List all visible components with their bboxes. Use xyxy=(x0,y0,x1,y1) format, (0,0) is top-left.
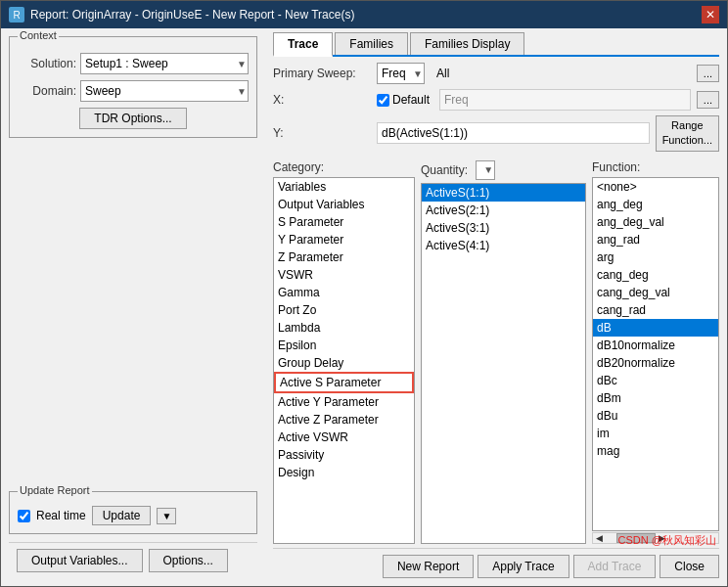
primary-sweep-select-wrap: Freq ▼ xyxy=(377,63,425,84)
function-item[interactable]: ang_deg xyxy=(593,196,718,213)
function-item[interactable]: im xyxy=(593,425,718,442)
context-group: Context Solution: Setup1 : Sweep ▼ Domai… xyxy=(9,36,257,138)
y-value-input[interactable] xyxy=(377,122,650,144)
function-item[interactable]: cang_rad xyxy=(593,301,718,319)
category-item[interactable]: Output Variables xyxy=(274,196,414,213)
tab-trace[interactable]: Trace xyxy=(273,32,333,57)
update-arrow-button[interactable]: ▼ xyxy=(157,508,176,524)
function-item[interactable]: ang_deg_val xyxy=(593,213,718,231)
category-item[interactable]: Port Zo xyxy=(274,301,414,319)
solution-label: Solution: xyxy=(18,57,76,70)
realtime-label: Real time xyxy=(36,509,86,522)
category-item[interactable]: Active Z Parameter xyxy=(274,411,414,429)
x-ellipsis[interactable]: ... xyxy=(697,91,719,109)
quantity-item[interactable]: ActiveS(4:1) xyxy=(422,237,585,254)
update-row: Real time Update ▼ xyxy=(18,506,249,525)
close-dialog-button[interactable]: Close xyxy=(660,555,719,578)
function-item[interactable]: mag xyxy=(593,442,718,460)
function-item[interactable]: cang_deg xyxy=(593,266,718,284)
category-item[interactable]: Design xyxy=(274,464,414,481)
quantity-section: Quantity: ▼ ActiveS(1:1)ActiveS(2:1)Acti… xyxy=(421,160,586,544)
quantity-list[interactable]: ActiveS(1:1)ActiveS(2:1)ActiveS(3:1)Acti… xyxy=(421,183,586,544)
solution-select[interactable]: Setup1 : Sweep xyxy=(80,53,249,74)
bottom-right-buttons: New Report Apply Trace Add Trace Close xyxy=(273,548,719,582)
options-button[interactable]: Options... xyxy=(149,549,228,572)
function-item[interactable]: <none> xyxy=(593,178,718,196)
quantity-select[interactable] xyxy=(476,160,495,180)
quantity-select-wrap: ▼ xyxy=(476,160,495,180)
quantity-item[interactable]: ActiveS(2:1) xyxy=(422,202,585,219)
quantity-item[interactable]: ActiveS(1:1) xyxy=(422,184,585,202)
domain-row: Domain: Sweep ▼ xyxy=(18,80,249,102)
category-header: Category: xyxy=(273,160,415,174)
primary-sweep-all: All xyxy=(436,67,449,80)
function-item[interactable]: dB xyxy=(593,319,718,337)
function-item[interactable]: dBm xyxy=(593,389,718,407)
tab-families-display[interactable]: Families Display xyxy=(410,32,524,55)
y-label: Y: xyxy=(273,126,371,140)
function-section: Function: <none>ang_degang_deg_valang_ra… xyxy=(592,160,719,544)
quantity-item[interactable]: ActiveS(3:1) xyxy=(422,219,585,237)
category-section: Category: VariablesOutput VariablesS Par… xyxy=(273,160,415,544)
function-item[interactable]: ang_rad xyxy=(593,231,718,248)
category-item[interactable]: Epsilon xyxy=(274,337,414,354)
lists-container: Category: VariablesOutput VariablesS Par… xyxy=(273,160,719,544)
app-icon: R xyxy=(9,7,24,23)
function-hscroll[interactable]: ◀ ▶ xyxy=(592,532,719,544)
new-report-button[interactable]: New Report xyxy=(383,555,474,578)
primary-sweep-ellipsis[interactable]: ... xyxy=(697,65,719,82)
category-item[interactable]: VSWR xyxy=(274,266,414,284)
category-item[interactable]: Active Y Parameter xyxy=(274,393,414,411)
category-item[interactable]: Y Parameter xyxy=(274,231,414,248)
primary-sweep-label: Primary Sweep: xyxy=(273,67,371,80)
category-item[interactable]: Variables xyxy=(274,178,414,196)
realtime-checkbox[interactable] xyxy=(18,510,30,522)
window-body: Context Solution: Setup1 : Sweep ▼ Domai… xyxy=(1,28,727,586)
category-item[interactable]: Gamma xyxy=(274,284,414,301)
category-item[interactable]: Active S Parameter xyxy=(274,372,414,393)
x-value-input[interactable] xyxy=(439,89,691,111)
output-variables-button[interactable]: Output Variables... xyxy=(17,549,143,572)
category-item[interactable]: Z Parameter xyxy=(274,248,414,266)
domain-select[interactable]: Sweep xyxy=(80,80,249,102)
primary-sweep-row: Primary Sweep: Freq ▼ All ... xyxy=(273,63,719,84)
solution-select-wrapper: Setup1 : Sweep ▼ xyxy=(80,53,249,74)
tab-families[interactable]: Families xyxy=(335,32,408,55)
category-item[interactable]: Lambda xyxy=(274,319,414,337)
tdr-options-button[interactable]: TDR Options... xyxy=(79,108,186,129)
category-item[interactable]: S Parameter xyxy=(274,213,414,231)
function-header: Function: xyxy=(592,160,719,174)
hscroll-left-arrow[interactable]: ◀ xyxy=(593,533,605,543)
category-item[interactable]: Passivity xyxy=(274,446,414,464)
title-bar: R Report: OriginArray - OriginUseE - New… xyxy=(1,1,727,28)
range-function-button[interactable]: Range Function... xyxy=(656,115,719,152)
function-item[interactable]: dB10normalize xyxy=(593,337,718,354)
tab-bar: Trace Families Families Display xyxy=(273,32,719,57)
main-window: R Report: OriginArray - OriginUseE - New… xyxy=(0,0,728,587)
primary-sweep-select[interactable]: Freq xyxy=(377,63,425,84)
x-label: X: xyxy=(273,93,371,107)
hscroll-right-arrow[interactable]: ▶ xyxy=(656,533,667,543)
function-item[interactable]: cang_deg_val xyxy=(593,284,718,301)
function-item[interactable]: dBu xyxy=(593,407,718,425)
solution-row: Solution: Setup1 : Sweep ▼ xyxy=(18,53,249,74)
function-item[interactable]: dBc xyxy=(593,372,718,389)
category-item[interactable]: Group Delay xyxy=(274,354,414,372)
function-item[interactable]: arg xyxy=(593,248,718,266)
category-label: Category: xyxy=(273,160,324,174)
update-button[interactable]: Update xyxy=(92,506,152,525)
function-label: Function: xyxy=(592,160,640,174)
function-item[interactable]: dB20normalize xyxy=(593,354,718,372)
category-item[interactable]: Active VSWR xyxy=(274,429,414,446)
quantity-header: Quantity: ▼ xyxy=(421,160,586,180)
close-button[interactable]: ✕ xyxy=(702,6,719,23)
x-default-checkbox[interactable] xyxy=(377,94,389,107)
y-field-row: Y: Range Function... xyxy=(273,115,719,152)
hscroll-thumb xyxy=(616,533,656,543)
x-field-row: X: Default ... xyxy=(273,89,719,111)
function-list[interactable]: <none>ang_degang_deg_valang_radargcang_d… xyxy=(592,177,719,531)
domain-select-wrapper: Sweep ▼ xyxy=(80,80,249,102)
apply-trace-button[interactable]: Apply Trace xyxy=(478,555,569,578)
category-list[interactable]: VariablesOutput VariablesS ParameterY Pa… xyxy=(273,177,415,544)
add-trace-button[interactable]: Add Trace xyxy=(573,555,657,578)
